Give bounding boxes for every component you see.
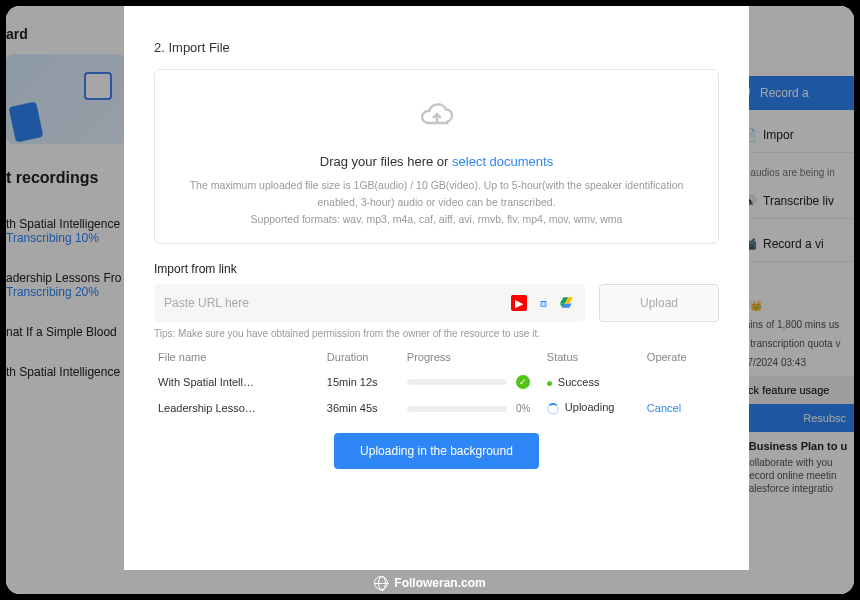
upload-table: File name Duration Progress Status Opera… xyxy=(154,347,719,420)
globe-icon xyxy=(374,576,388,590)
progress-cell: ✓ xyxy=(403,369,543,395)
watermark: Followeran.com xyxy=(6,576,854,590)
spinner-icon xyxy=(547,403,559,415)
cancel-link[interactable]: Cancel xyxy=(647,402,681,414)
permission-tip: Tips: Make sure you have obtained permis… xyxy=(154,328,719,339)
url-input[interactable] xyxy=(164,296,511,310)
dropbox-icon[interactable]: ⧈ xyxy=(535,295,551,311)
status-uploading: Uploading xyxy=(543,395,643,420)
table-row: With Spatial Intell… 15min 12s ✓ Success xyxy=(154,369,719,395)
step-title: 2. Import File xyxy=(154,40,719,55)
col-operate: Operate xyxy=(643,347,719,369)
url-input-container: ▶ ⧈ xyxy=(154,284,585,322)
col-duration: Duration xyxy=(323,347,403,369)
import-modal: 2. Import File Drag your files here or s… xyxy=(124,6,749,570)
upload-background-button[interactable]: Uploading in the background xyxy=(334,433,539,469)
file-duration: 36min 45s xyxy=(323,395,403,420)
file-name: With Spatial Intell… xyxy=(154,369,323,395)
drag-instruction: Drag your files here or select documents xyxy=(175,154,698,169)
progress-cell: 0% xyxy=(403,395,543,420)
status-success: Success xyxy=(543,369,643,395)
upload-button[interactable]: Upload xyxy=(599,284,719,322)
limit-text: The maximum uploaded file size is 1GB(au… xyxy=(175,177,698,227)
table-row: Leadership Lesso… 36min 45s 0% Uploading… xyxy=(154,395,719,420)
cloud-upload-icon xyxy=(417,96,457,136)
import-from-link-label: Import from link xyxy=(154,262,719,276)
col-status: Status xyxy=(543,347,643,369)
select-documents-link[interactable]: select documents xyxy=(452,154,553,169)
file-duration: 15min 12s xyxy=(323,369,403,395)
google-drive-icon[interactable] xyxy=(559,295,575,311)
file-name: Leadership Lesso… xyxy=(154,395,323,420)
youtube-icon[interactable]: ▶ xyxy=(511,295,527,311)
check-icon: ✓ xyxy=(516,375,530,389)
col-progress: Progress xyxy=(403,347,543,369)
status-dot-icon xyxy=(547,381,552,386)
dropzone[interactable]: Drag your files here or select documents… xyxy=(154,69,719,244)
col-file: File name xyxy=(154,347,323,369)
